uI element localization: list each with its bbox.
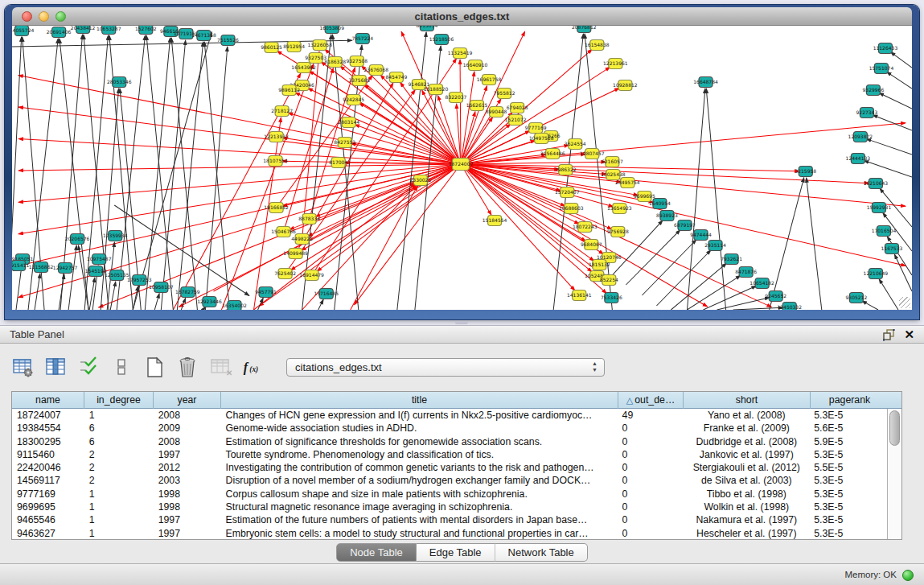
citation-edge-black[interactable]	[161, 40, 185, 310]
panel-splitter[interactable]	[0, 319, 924, 325]
column-header-in_degree[interactable]: in_degree	[84, 392, 154, 409]
citation-edge-black[interactable]	[894, 254, 912, 291]
table-row[interactable]: 946362711997Embryonic stem cells: a mode…	[12, 527, 887, 539]
graph-node-label: 9327503	[305, 55, 326, 60]
status-bar: Memory: OK	[0, 563, 924, 585]
citation-edge-black[interactable]	[866, 139, 912, 154]
table-cell: 1997	[154, 513, 221, 526]
citation-edge-black[interactable]	[68, 245, 76, 310]
citation-edge-black[interactable]	[35, 274, 40, 310]
svg-text:(x): (x)	[249, 365, 258, 374]
citation-edge-black[interactable]	[770, 178, 804, 310]
graph-node-label: 8938923	[656, 212, 678, 218]
column-header-name[interactable]: name	[12, 392, 84, 409]
table-row[interactable]: 969969511998Structural magnetic resonanc…	[12, 501, 887, 513]
graph-node-label: 2330021	[410, 177, 432, 183]
citation-edge-red[interactable]	[296, 83, 393, 253]
table-row[interactable]: 946554611997Estimation of the future num…	[12, 513, 887, 526]
table-cell: 22420046	[12, 461, 84, 474]
citation-edge-black[interactable]	[110, 282, 116, 310]
table-row[interactable]: 1456911722003Disruption of a novel membe…	[12, 474, 887, 487]
table-row[interactable]: 977716911998Corpus callosum shape and si…	[12, 488, 887, 501]
citation-edge-black[interactable]	[733, 307, 783, 310]
function-builder-button[interactable]: f (x)	[242, 356, 265, 378]
float-panel-icon[interactable]	[883, 329, 895, 341]
citation-edge-black[interactable]	[16, 266, 22, 310]
citation-edge-black[interactable]	[318, 299, 323, 310]
vertical-scrollbar[interactable]	[887, 409, 901, 539]
svg-text:✕: ✕	[226, 369, 232, 377]
selection-mode-button[interactable]	[77, 356, 100, 378]
tab-edge-table[interactable]: Edge Table	[417, 543, 495, 562]
table-row[interactable]: 1938455462009Genome-wide association stu…	[12, 422, 887, 435]
tab-network-table[interactable]: Network Table	[495, 543, 588, 562]
citation-edge-red[interactable]	[437, 96, 461, 164]
tab-node-table[interactable]: Node Table	[336, 543, 417, 562]
citation-edge-black[interactable]	[642, 240, 696, 295]
citation-edge-black[interactable]	[887, 237, 912, 275]
citation-edge-red[interactable]	[461, 164, 906, 266]
citation-edge-red[interactable]	[351, 186, 417, 310]
citation-edge-black[interactable]	[177, 42, 203, 310]
graph-node-label: 10497568	[529, 135, 554, 141]
column-header-title[interactable]: title	[221, 392, 618, 409]
row-stack-button[interactable]	[110, 356, 133, 378]
graph-node-label: 14136141	[567, 292, 592, 298]
citation-edge-black[interactable]	[145, 38, 170, 310]
citation-edge-black[interactable]	[89, 278, 95, 310]
citation-edge-red[interactable]	[461, 164, 592, 272]
table-row[interactable]: 1830029562008Estimation of significance …	[12, 435, 887, 448]
close-panel-icon[interactable]: ✕	[904, 327, 914, 343]
citation-edge-black[interactable]	[59, 274, 64, 310]
citation-edge-black[interactable]	[890, 52, 912, 68]
citation-edge-black[interactable]	[862, 301, 878, 310]
citation-edge-red[interactable]	[461, 164, 906, 206]
column-header-out_de[interactable]: △out_de…	[618, 392, 684, 409]
table-cell: 49	[618, 409, 683, 422]
scrollbar-thumb[interactable]	[889, 410, 900, 446]
citation-edge-black[interactable]	[704, 286, 757, 310]
graph-node-label: 15218506	[429, 36, 454, 42]
table-row[interactable]: 911546021997Tourette syndrome. Phenomeno…	[12, 448, 887, 461]
citation-edge-red[interactable]	[315, 164, 461, 216]
column-header-short[interactable]: short	[684, 392, 811, 409]
citation-edge-black[interactable]	[626, 230, 680, 285]
citation-edge-red[interactable]	[460, 60, 461, 164]
create-column-button[interactable]	[143, 356, 166, 378]
table-cell: 2	[84, 461, 154, 474]
citation-edge-black[interactable]	[864, 161, 912, 177]
column-header-pagerank[interactable]: pagerank	[811, 392, 889, 409]
citation-edge-black[interactable]	[154, 294, 159, 310]
citation-edge-black[interactable]	[171, 38, 197, 310]
table-cell: 5.3E-5	[809, 448, 887, 461]
network-table-select[interactable]: citations_edges.txt ▲▼	[286, 358, 605, 377]
citation-edge-red[interactable]	[317, 164, 461, 271]
graph-node-label: 18072243	[573, 224, 598, 229]
column-header-year[interactable]: year	[154, 392, 221, 409]
table-row[interactable]: 1872400712008Changes of HCN gene express…	[12, 409, 887, 422]
table-cell: 5.3E-5	[809, 409, 887, 422]
citation-edge-black[interactable]	[887, 72, 912, 89]
graph-node-label: 9327508	[346, 58, 368, 64]
window-titlebar[interactable]: citations_edges.txt	[12, 7, 912, 26]
table-row[interactable]: 2242004622012Investigating the contribut…	[12, 461, 887, 474]
citation-edge-black[interactable]	[706, 89, 725, 310]
window-resize-grip[interactable]	[899, 297, 910, 308]
delete-column-button[interactable]	[176, 356, 199, 378]
citation-edge-black[interactable]	[133, 32, 211, 310]
citation-edge-black[interactable]	[688, 89, 705, 310]
table-cell: Yano et al. (2008)	[682, 409, 809, 422]
graph-node-label: 3624554	[565, 141, 586, 146]
citation-edge-black[interactable]	[873, 115, 912, 130]
citation-edge-red[interactable]	[18, 164, 461, 266]
citation-edge-black[interactable]	[879, 93, 912, 109]
graph-node-label: 16782759	[175, 289, 200, 295]
citation-edge-red[interactable]	[18, 164, 461, 234]
table-settings-button[interactable]	[11, 356, 34, 378]
column-visibility-button[interactable]	[44, 356, 67, 378]
network-canvas[interactable]: 1405572420691406204384121065328715276029…	[12, 26, 912, 310]
table-cell: 5.3E-5	[809, 501, 887, 513]
citation-edge-red[interactable]	[355, 125, 461, 164]
citation-edge-black[interactable]	[146, 35, 173, 310]
citation-edge-black[interactable]	[879, 279, 898, 310]
